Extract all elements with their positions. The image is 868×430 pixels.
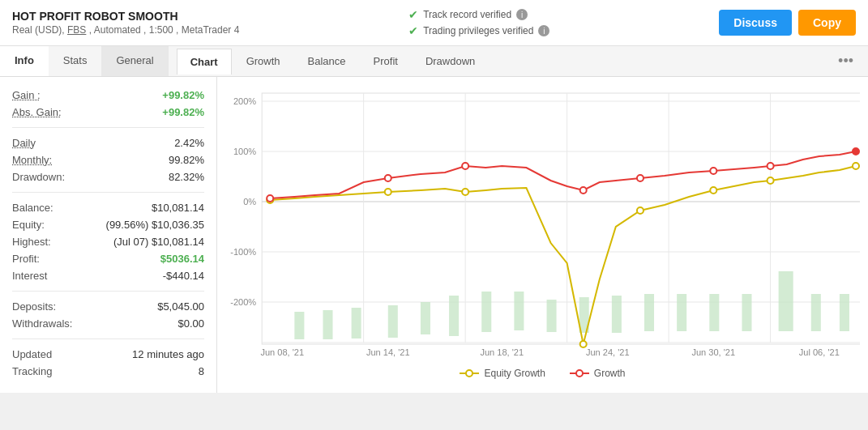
profit-label: Profit: bbox=[12, 253, 40, 265]
svg-text:Jun 30, '21: Jun 30, '21 bbox=[691, 347, 735, 357]
svg-text:Jun 18, '21: Jun 18, '21 bbox=[480, 347, 524, 357]
svg-point-46 bbox=[580, 187, 587, 194]
svg-text:-100%: -100% bbox=[230, 247, 256, 257]
highest-value: (Jul 07) $10,081.14 bbox=[113, 236, 204, 248]
discuss-button[interactable]: Discuss bbox=[719, 10, 792, 36]
tracking-label: Tracking bbox=[12, 365, 52, 377]
monthly-label: Monthly: bbox=[12, 154, 52, 166]
more-options-button[interactable]: ••• bbox=[832, 53, 860, 70]
svg-point-48 bbox=[710, 168, 716, 174]
profit-value: $5036.14 bbox=[160, 253, 204, 265]
legend-growth-icon bbox=[570, 368, 589, 378]
svg-rect-21 bbox=[421, 302, 430, 334]
abs-gain-value: +99.82% bbox=[162, 106, 204, 118]
drawdown-value: 82.32% bbox=[169, 171, 204, 183]
svg-rect-33 bbox=[811, 294, 821, 331]
track-record-badge: ✔ Track record verified i bbox=[408, 8, 549, 21]
svg-point-40 bbox=[710, 187, 716, 194]
svg-point-38 bbox=[580, 341, 587, 347]
info-icon-2[interactable]: i bbox=[538, 25, 549, 36]
svg-point-41 bbox=[768, 177, 774, 184]
deposits-value: $5,045.00 bbox=[157, 300, 204, 313]
svg-text:100%: 100% bbox=[233, 147, 256, 156]
daily-value: 2.42% bbox=[174, 137, 204, 149]
svg-text:Jun 08, '21: Jun 08, '21 bbox=[260, 347, 304, 357]
monthly-value: 99.82% bbox=[169, 154, 204, 166]
chart-tab-profit[interactable]: Profit bbox=[361, 49, 411, 74]
tab-stats[interactable]: Stats bbox=[49, 46, 102, 76]
svg-rect-32 bbox=[779, 271, 793, 331]
page-subtitle: Real (USD), FBS , Automated , 1:500 , Me… bbox=[12, 24, 239, 36]
svg-rect-27 bbox=[612, 296, 622, 333]
tracking-value: 8 bbox=[199, 365, 204, 377]
svg-point-44 bbox=[385, 175, 391, 181]
legend-equity-label: Equity Growth bbox=[484, 368, 545, 379]
withdrawals-value: $0.00 bbox=[177, 317, 204, 330]
equity-value: (99.56%) $10,036.35 bbox=[106, 219, 204, 231]
svg-point-58 bbox=[466, 370, 472, 377]
stats-panel: Gain : +99.82% Abs. Gain: +99.82% Daily … bbox=[0, 77, 217, 393]
chart-tab-chart[interactable]: Chart bbox=[177, 49, 232, 75]
chart-legend: Equity Growth Growth bbox=[225, 368, 860, 379]
svg-point-50 bbox=[853, 148, 859, 155]
svg-point-39 bbox=[637, 207, 644, 214]
svg-point-43 bbox=[267, 195, 273, 202]
svg-rect-24 bbox=[514, 292, 524, 330]
svg-rect-34 bbox=[840, 294, 849, 331]
svg-text:Jul 06, '21: Jul 06, '21 bbox=[799, 347, 840, 357]
legend-equity: Equity Growth bbox=[460, 368, 545, 379]
svg-rect-20 bbox=[388, 305, 398, 338]
balance-value: $10,081.14 bbox=[152, 202, 204, 214]
deposits-label: Deposits: bbox=[12, 300, 56, 313]
svg-point-42 bbox=[853, 163, 859, 169]
svg-point-45 bbox=[462, 163, 468, 169]
svg-rect-19 bbox=[352, 308, 361, 338]
svg-text:200%: 200% bbox=[233, 96, 256, 106]
copy-button[interactable]: Copy bbox=[798, 10, 856, 36]
chart-tab-drawdown[interactable]: Drawdown bbox=[413, 49, 488, 74]
svg-rect-23 bbox=[481, 292, 491, 332]
balance-label: Balance: bbox=[12, 202, 53, 214]
svg-rect-25 bbox=[547, 300, 557, 332]
svg-text:Jun 14, '21: Jun 14, '21 bbox=[366, 347, 410, 357]
trading-privileges-badge: ✔ Trading privileges verified i bbox=[408, 24, 549, 37]
updated-label: Updated bbox=[12, 348, 52, 360]
chart-panel: 200% 100% 0% -100% -200% bbox=[217, 77, 868, 393]
svg-rect-31 bbox=[742, 294, 751, 331]
highest-label: Highest: bbox=[12, 236, 51, 248]
interest-value: -$440.14 bbox=[163, 270, 204, 282]
svg-point-49 bbox=[768, 163, 774, 169]
svg-point-37 bbox=[462, 189, 468, 195]
drawdown-label: Drawdown: bbox=[12, 171, 65, 183]
svg-text:Jun 24, '21: Jun 24, '21 bbox=[586, 347, 630, 357]
check-icon-2: ✔ bbox=[408, 24, 418, 37]
svg-point-47 bbox=[637, 175, 644, 181]
daily-label: Daily bbox=[12, 137, 36, 149]
svg-rect-28 bbox=[644, 294, 654, 331]
legend-equity-icon bbox=[460, 368, 479, 378]
svg-rect-30 bbox=[709, 294, 719, 331]
svg-rect-29 bbox=[677, 294, 686, 331]
badge1-text: Track record verified bbox=[423, 9, 511, 20]
chart-tab-growth[interactable]: Growth bbox=[233, 49, 293, 74]
legend-growth: Growth bbox=[570, 368, 626, 379]
tab-info[interactable]: Info bbox=[0, 46, 49, 76]
chart-tab-balance[interactable]: Balance bbox=[295, 49, 359, 74]
tab-general[interactable]: General bbox=[101, 46, 168, 76]
interest-label: Interest bbox=[12, 270, 47, 282]
gain-label: Gain : bbox=[12, 89, 41, 101]
chart-svg: 200% 100% 0% -100% -200% bbox=[225, 85, 860, 360]
info-icon-1[interactable]: i bbox=[516, 9, 528, 20]
svg-text:0%: 0% bbox=[243, 197, 256, 206]
svg-rect-18 bbox=[323, 310, 332, 339]
updated-value: 12 minutes ago bbox=[132, 348, 204, 360]
legend-growth-label: Growth bbox=[594, 368, 626, 379]
withdrawals-label: Withdrawals: bbox=[12, 317, 72, 330]
equity-label: Equity: bbox=[12, 219, 45, 231]
svg-point-36 bbox=[385, 189, 391, 195]
page-title: HOT PROFIT ROBOT SMOOTH bbox=[12, 10, 239, 23]
chart-area: 200% 100% 0% -100% -200% bbox=[225, 85, 860, 385]
svg-point-60 bbox=[576, 370, 583, 377]
svg-text:-200%: -200% bbox=[230, 297, 256, 307]
abs-gain-label: Abs. Gain: bbox=[12, 106, 62, 118]
